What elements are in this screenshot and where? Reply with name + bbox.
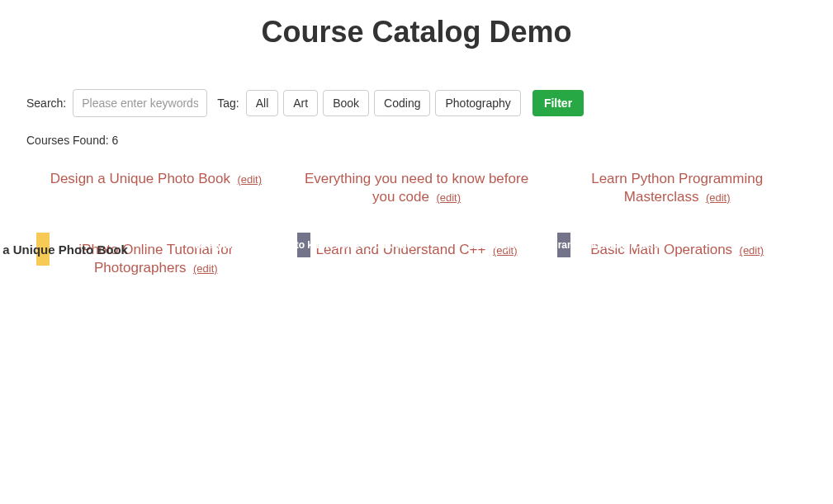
tag-coding-button[interactable]: Coding xyxy=(374,90,430,116)
filter-button[interactable]: Filter xyxy=(532,90,584,116)
course-title-link[interactable]: Everything you need to know before you c… xyxy=(305,171,528,205)
course-title-link[interactable]: Learn Python Programming Masterclass xyxy=(591,171,763,205)
course-card: Basic Math Operations Basic Math Operati… xyxy=(557,229,797,277)
edit-link[interactable]: (edit) xyxy=(436,191,461,204)
tag-label: Tag: xyxy=(217,97,239,110)
course-card: Design a Unique Photo Book Design a Uniq… xyxy=(36,158,276,206)
results-count: Courses Found: 6 xyxy=(26,134,807,147)
edit-link[interactable]: (edit) xyxy=(193,262,218,275)
course-title-link[interactable]: Design a Unique Photo Book xyxy=(50,171,230,186)
edit-link[interactable]: (edit) xyxy=(740,244,764,257)
course-card: Learn Python Programming Masterclass Lea… xyxy=(557,158,797,206)
tag-art-button[interactable]: Art xyxy=(283,90,318,116)
edit-link[interactable]: (edit) xyxy=(706,191,731,204)
tag-photography-button[interactable]: Photography xyxy=(435,90,520,116)
tag-all-button[interactable]: All xyxy=(246,90,279,116)
course-card: Learn and Understand C++ Learn and Under… xyxy=(297,229,537,277)
results-count-value: 6 xyxy=(112,134,119,147)
edit-link[interactable]: (edit) xyxy=(237,173,262,186)
course-grid: Design a Unique Photo Book Design a Uniq… xyxy=(26,158,807,277)
results-count-label: Courses Found: xyxy=(26,134,112,147)
search-input[interactable] xyxy=(73,89,207,117)
search-label: Search: xyxy=(26,97,66,110)
page-title: Course Catalog Demo xyxy=(26,15,807,49)
filter-controls: Search: Tag: All Art Book Coding Photogr… xyxy=(26,89,807,117)
course-card: Everything you need to know before you c… xyxy=(297,158,537,206)
tag-book-button[interactable]: Book xyxy=(323,90,369,116)
